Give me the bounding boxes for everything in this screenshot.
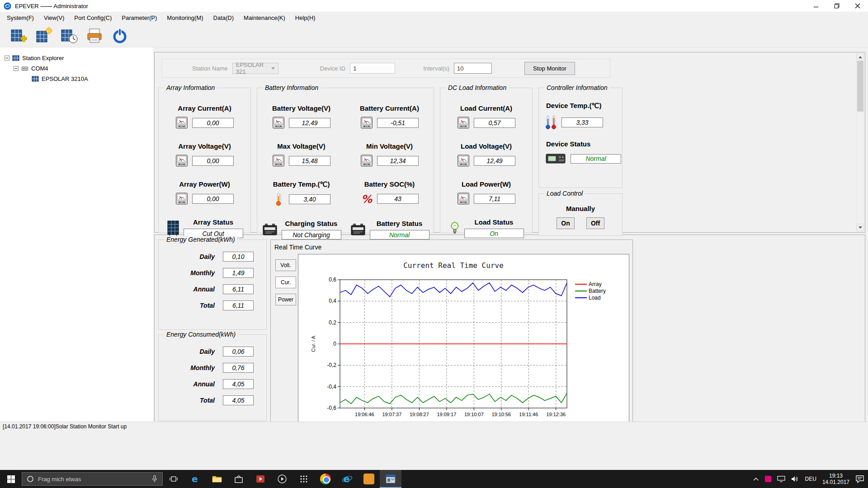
scrollbar-thumb[interactable]	[857, 61, 863, 112]
window-title: EPEVER —— Administrator	[15, 3, 88, 9]
load-off-button[interactable]: Off	[586, 217, 604, 229]
menu-view[interactable]: View(V)	[39, 12, 69, 23]
tree-node-com4[interactable]: COM4	[0, 63, 153, 74]
tab-power[interactable]: Power	[275, 294, 296, 305]
taskbar-chrome[interactable]	[315, 470, 336, 488]
tray-pink-app-icon[interactable]	[765, 476, 771, 482]
add-station-button[interactable]	[9, 26, 28, 45]
scrollbar-track[interactable]	[857, 61, 864, 224]
taskbar-store[interactable]	[228, 470, 250, 488]
collapse-icon[interactable]	[5, 56, 9, 61]
menu-data[interactable]: Data(D)	[208, 12, 239, 23]
taskbar-app-grid[interactable]	[293, 470, 315, 488]
com-port-icon	[21, 65, 28, 72]
array-status: Array Status Cut Out	[159, 218, 250, 238]
gauge-meter-icon	[457, 154, 470, 168]
group-title: Energy Generated(kWh)	[164, 236, 237, 243]
taskbar-clock[interactable]: 19:13 14.01.2017	[822, 473, 849, 485]
action-center-icon[interactable]	[855, 475, 864, 483]
power-exit-button[interactable]	[110, 26, 129, 45]
content-area: Station Explorer COM4 EPSOLAR 3210A Stat…	[0, 47, 868, 422]
menu-monitoring[interactable]: Monitoring(M)	[162, 12, 208, 23]
vertical-scrollbar[interactable]	[856, 53, 864, 231]
load-status: Load Status On	[440, 218, 532, 238]
solar-panel-icon	[166, 219, 180, 237]
stop-monitor-button[interactable]: Stop Monitor	[524, 62, 575, 75]
close-button[interactable]	[847, 0, 868, 12]
tray-chevron-up-icon[interactable]	[753, 477, 759, 481]
taskbar-media-app[interactable]	[271, 470, 293, 488]
print-data-button[interactable]	[85, 26, 104, 45]
video-app-icon	[255, 474, 265, 484]
menu-maintenance[interactable]: Maintenance(K)	[239, 12, 290, 23]
start-button[interactable]	[0, 470, 22, 488]
app-grid-icon	[299, 474, 308, 483]
charging-status: Charging Status Not Charging	[257, 220, 345, 239]
windows-taskbar: Frag mich etwas e	[0, 470, 868, 488]
status-log: [14.01.2017 19:06:00]Solar Station Monit…	[0, 422, 868, 431]
tab-cur[interactable]: Cur.	[275, 277, 296, 288]
chevron-down-icon	[271, 67, 275, 70]
device-id-input[interactable]: 1	[350, 63, 395, 74]
cortana-search-box[interactable]: Frag mich etwas	[22, 472, 163, 486]
gauge-meter-icon	[457, 116, 470, 130]
svg-text:19:10:07: 19:10:07	[464, 412, 484, 417]
svg-text:19:10:56: 19:10:56	[491, 412, 511, 417]
window-background	[0, 431, 868, 470]
tree-node-station-explorer[interactable]: Station Explorer	[0, 53, 153, 63]
battery-soc-value: 43	[377, 194, 419, 204]
restore-icon	[834, 3, 840, 9]
load-current-value: 0,57	[474, 118, 515, 128]
device-temp-value: 3,33	[561, 117, 603, 127]
tray-monitor-icon[interactable]	[777, 476, 785, 482]
energy-con-daily: 0,06	[223, 347, 254, 357]
metric-load-voltage: Load Voltage(V) 12,49	[440, 142, 532, 168]
controller-device-icon	[545, 153, 566, 164]
percent-icon	[360, 192, 373, 206]
gauge-meter-icon	[457, 192, 470, 206]
scroll-down-button[interactable]	[857, 224, 864, 231]
microphone-icon[interactable]	[151, 475, 158, 483]
taskbar-internet-explorer[interactable]: e	[336, 470, 358, 488]
task-view-button[interactable]	[163, 470, 184, 488]
tree-node-epsolar-3210a[interactable]: EPSOLAR 3210A	[0, 74, 153, 84]
svg-text:0: 0	[333, 341, 336, 347]
energy-gen-total: 6,11	[223, 300, 254, 310]
load-voltage-value: 12,49	[474, 156, 515, 166]
tray-speaker-icon[interactable]	[791, 476, 799, 482]
taskbar-file-explorer[interactable]	[206, 470, 228, 488]
taskbar-edge[interactable]: e	[184, 470, 206, 488]
taskbar-video-app[interactable]	[250, 470, 271, 488]
load-on-button[interactable]: On	[557, 217, 575, 229]
battery-current-value: -0,51	[377, 118, 419, 128]
station-name-select[interactable]: EPSOLAR 321	[232, 63, 278, 74]
interval-input[interactable]: 10	[454, 63, 492, 74]
menubar: System(F) View(V) Port Config(C) Paramet…	[0, 12, 868, 24]
svg-text:0,2: 0,2	[329, 319, 336, 326]
station-config-button[interactable]	[34, 26, 53, 45]
taskbar-epsolar-tool[interactable]	[358, 470, 380, 488]
restore-button[interactable]	[826, 0, 847, 12]
gauge-meter-icon	[175, 116, 188, 130]
chrome-icon	[320, 474, 331, 484]
dc-load-information-group: DC Load Information Load Current(A) 0,57…	[440, 88, 533, 233]
metric-min-voltage: Min Voltage(V) 12,34	[345, 142, 434, 168]
internet-explorer-icon: e	[342, 474, 353, 484]
menu-system[interactable]: System(F)	[2, 12, 39, 23]
menu-port-config[interactable]: Port Config(C)	[69, 12, 117, 23]
current-real-time-chart: Current Real Time CurveCur. / A0,60,40,2…	[298, 254, 629, 428]
clock-date: 14.01.2017	[822, 479, 849, 485]
menu-help[interactable]: Help(H)	[290, 12, 321, 23]
tab-volt[interactable]: Volt.	[275, 259, 296, 271]
taskbar-epever-monitor-active[interactable]	[380, 470, 401, 488]
language-indicator[interactable]: DEU	[805, 476, 816, 482]
realtime-monitor-button[interactable]	[60, 26, 79, 45]
svg-text:19:08:27: 19:08:27	[410, 412, 429, 417]
scroll-up-button[interactable]	[857, 53, 864, 61]
station-explorer-tree: Station Explorer COM4 EPSOLAR 3210A	[0, 47, 153, 422]
minimize-button[interactable]	[806, 0, 826, 12]
group-title: DC Load Information	[446, 84, 509, 91]
station-name-value: EPSOLAR 321	[236, 61, 271, 75]
collapse-icon[interactable]	[14, 66, 19, 71]
menu-parameter[interactable]: Parameter(P)	[117, 12, 162, 23]
